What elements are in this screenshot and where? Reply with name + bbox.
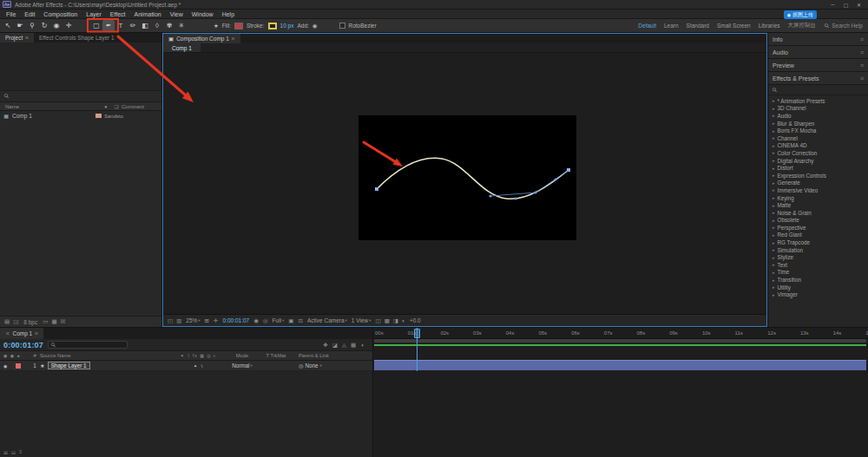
time-ruler[interactable]: 00s01s02s03s04s05s06s07s08s09s10s11s12s1… [373,328,868,339]
disclosure-icon[interactable]: ▸ [773,128,775,134]
bezier-handle-point[interactable] [554,178,556,180]
disclosure-icon[interactable]: ▸ [773,247,775,252]
panel-menu-icon[interactable]: ≡ [25,35,29,41]
show-snapshot-icon[interactable]: ◎ [263,317,268,324]
pen-tool[interactable]: ✒ [102,20,115,32]
timeline-search[interactable]: ⚲ [48,341,128,349]
layer-row[interactable]: ◉ 1 ★ Shape Layer 1 ✦ ∖ Normal ▾ ◎ None … [0,361,372,371]
layer-label-chip[interactable] [16,363,21,369]
menu-item[interactable]: Window [187,11,218,17]
clone-stamp-tool[interactable]: ◧ [139,20,151,32]
panel-menu-icon[interactable]: ≡ [860,36,864,42]
effects-category[interactable]: ▸ Stylize [768,253,868,261]
panel-header[interactable]: Audio ≡ [768,46,868,59]
hand-tool[interactable]: ☛ [14,20,26,32]
magnification-ratio-icon[interactable]: ▥ [176,317,181,324]
shape-tool[interactable]: ▢ [90,20,102,32]
blend-mode-dropdown[interactable]: Normal ▾ [227,362,257,369]
fill-swatch[interactable] [234,23,243,29]
disclosure-icon[interactable]: ▸ [773,166,775,171]
panel-menu-icon[interactable]: ≡ [35,330,38,336]
disclosure-icon[interactable]: ▸ [773,277,775,283]
current-timecode[interactable]: 0:00:01:07 [3,341,43,349]
effects-search[interactable]: ⚲ [768,85,868,95]
column-comment[interactable]: Comment [122,104,161,109]
label-color-chip[interactable] [95,114,102,118]
disclosure-icon[interactable]: ▸ [773,173,775,178]
tab-project[interactable]: Project ≡ [0,33,34,42]
rulers-icon[interactable]: ✛ [214,317,218,324]
label-column-icon[interactable]: ❏ [111,104,122,109]
region-of-interest-icon[interactable]: ⊡ [298,317,302,324]
layer-name[interactable]: Shape Layer 1 [48,362,90,369]
close-icon[interactable]: ✕ [5,330,10,337]
effects-category[interactable]: ▸ Text [768,261,868,269]
channels-icon[interactable]: ▣ [288,317,293,324]
panel-header[interactable]: Preview ≡ [768,59,868,72]
minimize-icon[interactable]: ─ [826,2,839,8]
disclosure-icon[interactable]: ▸ [773,98,775,103]
fast-previews-icon[interactable]: ◫ [376,317,381,324]
effects-category[interactable]: ▸ Blur & Sharpen [768,120,868,127]
expand-layer-switches-icon[interactable]: ⊟ [11,449,16,455]
disclosure-icon[interactable]: ▸ [773,203,775,208]
pickwhip-icon[interactable]: ◎ [299,362,304,369]
panel-menu-icon[interactable]: ≡ [860,62,864,69]
view-layout-dropdown[interactable]: 1 View ▾ [352,317,372,323]
workspace-tab[interactable]: 大屏控制台 [788,22,817,29]
shape-path[interactable] [377,158,569,199]
parent-link-dropdown[interactable]: ◎ None ▾ [295,362,372,369]
menu-item[interactable]: Composition [39,11,82,17]
type-column-icon[interactable]: ● [101,104,111,109]
current-time-indicator-head[interactable] [414,329,420,338]
preview-timecode[interactable]: 0:00:01:07 [223,317,250,323]
expand-transfer-controls-icon[interactable]: ⊞ [3,449,8,455]
menu-item[interactable]: Effect [106,11,130,17]
layer-switches[interactable]: ✦ ∖ [170,363,227,369]
effects-category[interactable]: ▸ Vimager [768,291,868,298]
disclosure-icon[interactable]: ▸ [773,113,775,118]
transparency-grid-icon[interactable]: ▩ [385,317,390,324]
effects-category[interactable]: ▸ * Animation Presets [768,97,868,105]
effects-category[interactable]: ▸ Transition [768,276,868,284]
panel-header[interactable]: Effects & Presets ≡ [768,72,868,85]
disclosure-icon[interactable]: ▸ [773,150,775,155]
new-composition-icon[interactable]: ▦ [51,318,56,325]
bit-depth-label[interactable]: 8 bpc [23,319,37,325]
bezier-handle-point[interactable] [514,197,516,199]
column-name[interactable]: Name [0,104,101,109]
menu-item[interactable]: Help [218,11,239,17]
effects-category[interactable]: ▸ Noise & Grain [768,209,868,217]
eye-icon[interactable]: ◉ [3,363,8,369]
effects-category[interactable]: ▸ Generate [768,180,868,187]
zoom-tool[interactable]: ⚲ [26,20,38,32]
workspace-tab[interactable]: Standard [687,23,709,29]
frame-blend-icon[interactable]: ▦ [351,342,356,349]
effects-category[interactable]: ▸ Red Giant [768,232,868,239]
disclosure-icon[interactable]: ▸ [773,143,775,148]
composition-canvas[interactable] [358,115,576,240]
stroke-width-value[interactable]: 10 px [280,23,294,29]
effects-category[interactable]: ▸ Boris FX Mocha [768,127,868,134]
resolution-dropdown[interactable]: Full ▾ [273,317,285,323]
work-area-bar[interactable] [374,339,866,343]
panel-menu-icon[interactable]: ≡ [860,49,864,55]
tab-composition[interactable]: ▣ Composition Comp 1 ≡ [163,34,240,43]
roto-brush-tool[interactable]: ✾ [163,20,175,32]
timeline-track-area[interactable]: 00s01s02s03s04s05s06s07s08s09s10s11s12s1… [373,328,868,457]
effects-category[interactable]: ▸ Time [768,269,868,277]
effects-category[interactable]: ▸ 3D Channel [768,105,868,113]
effects-category[interactable]: ▸ Simulation [768,246,868,254]
panel-menu-icon[interactable]: ≡ [232,36,235,42]
effects-category[interactable]: ▸ Utility [768,284,868,291]
workspace-tab[interactable]: Default [638,23,656,29]
puppet-pin-tool[interactable]: ✳ [175,20,187,32]
panel-menu-icon[interactable]: ≡ [860,75,864,82]
expand-inout-icon[interactable]: ≡ [19,449,23,455]
effects-category[interactable]: ▸ Expression Controls [768,172,868,180]
menu-item[interactable]: View [166,11,187,17]
tool-creates-shape-icon[interactable]: ★ [214,23,219,29]
delete-icon[interactable]: ☒ [61,318,66,325]
bezier-handle-point[interactable] [489,194,491,197]
help-search[interactable]: ⚲ Search Help [825,23,868,29]
